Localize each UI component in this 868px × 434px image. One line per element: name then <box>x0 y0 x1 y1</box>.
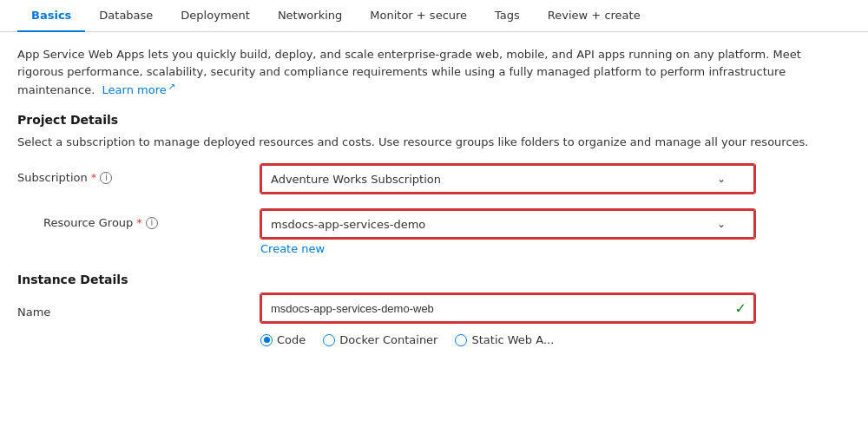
subscription-value: Adventure Works Subscription <box>271 173 710 186</box>
subscription-required: * <box>91 171 97 184</box>
learn-more-link[interactable]: Learn more↗ <box>102 83 176 96</box>
tab-database[interactable]: Database <box>85 0 167 32</box>
tab-review[interactable]: Review + create <box>534 0 654 32</box>
radio-label-0: Code <box>277 333 306 346</box>
publish-options-row: CodeDocker ContainerStatic Web A... <box>17 333 851 346</box>
resource-group-required: * <box>136 216 142 229</box>
radio-label-2: Static Web A... <box>471 333 554 346</box>
tab-bar: BasicsDatabaseDeploymentNetworkingMonito… <box>0 0 868 32</box>
subscription-chevron-icon: ⌄ <box>717 173 726 185</box>
resource-group-label: Resource Group <box>43 216 133 229</box>
radio-label-1: Docker Container <box>339 333 437 346</box>
tab-tags[interactable]: Tags <box>481 0 534 32</box>
tab-monitor[interactable]: Monitor + secure <box>356 0 481 32</box>
tab-deployment[interactable]: Deployment <box>167 0 264 32</box>
tab-networking[interactable]: Networking <box>264 0 356 32</box>
external-link-icon: ↗ <box>168 82 175 91</box>
radio-circle-1 <box>323 334 335 346</box>
project-details-title: Project Details <box>17 113 851 127</box>
resource-group-row: Resource Group * i msdocs-app-services-d… <box>17 209 851 255</box>
subscription-dropdown[interactable]: Adventure Works Subscription ⌄ <box>260 164 755 194</box>
publish-option-0[interactable]: Code <box>260 333 306 346</box>
instance-details-section: Instance Details Name ✓ CodeDocker Conta… <box>17 273 851 346</box>
resource-group-dropdown[interactable]: msdocs-app-services-demo ⌄ <box>260 209 755 239</box>
check-icon: ✓ <box>735 300 746 317</box>
description-text: App Service Web Apps lets you quickly bu… <box>17 46 851 99</box>
instance-details-title: Instance Details <box>17 273 851 286</box>
instance-name-input[interactable] <box>260 293 755 323</box>
radio-circle-0 <box>260 334 273 346</box>
instance-name-label: Name <box>17 306 50 319</box>
subscription-info-icon[interactable]: i <box>100 172 112 184</box>
instance-name-row: Name ✓ <box>17 293 851 323</box>
publish-option-1[interactable]: Docker Container <box>323 333 437 346</box>
resource-group-info-icon[interactable]: i <box>146 217 158 229</box>
resource-group-chevron-icon: ⌄ <box>717 218 726 230</box>
subscription-label: Subscription <box>17 171 88 184</box>
publish-option-2[interactable]: Static Web A... <box>455 333 554 346</box>
tab-basics[interactable]: Basics <box>17 0 85 32</box>
project-details-section: Project Details Select a subscription to… <box>17 113 851 256</box>
project-details-desc: Select a subscription to manage deployed… <box>17 134 851 151</box>
subscription-row: Subscription * i Adventure Works Subscri… <box>17 164 851 201</box>
radio-circle-2 <box>455 334 467 346</box>
resource-group-value: msdocs-app-services-demo <box>271 218 710 231</box>
main-content: App Service Web Apps lets you quickly bu… <box>0 32 868 431</box>
create-new-link[interactable]: Create new <box>260 242 325 255</box>
